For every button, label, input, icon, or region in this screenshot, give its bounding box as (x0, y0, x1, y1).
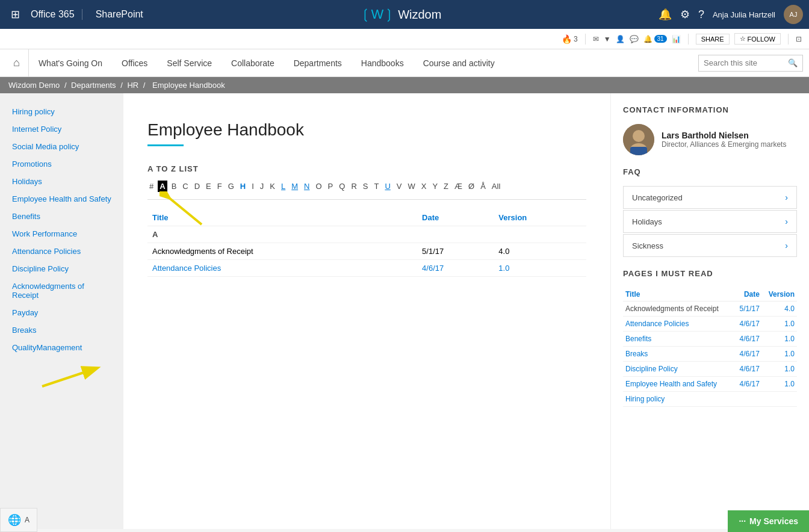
az-h[interactable]: H (238, 181, 247, 192)
chevron-right-icon-3: › (785, 241, 788, 250)
az-oe[interactable]: Ø (466, 181, 476, 192)
sidebar-item-quality[interactable]: QualityManagement (0, 339, 123, 356)
person-icon[interactable]: 👤 (616, 35, 625, 43)
chat-icon[interactable]: 💬 (630, 35, 639, 43)
pages-row-title-3[interactable]: Benefits (623, 332, 734, 347)
nav-item-handbooks[interactable]: Handbooks (352, 49, 414, 76)
settings-icon[interactable]: ⚙ (680, 8, 690, 21)
expand-icon[interactable]: ⊡ (796, 35, 802, 43)
pages-col-date: Date (734, 288, 762, 302)
sidebar-item-acknowledgments[interactable]: Acknowledgments of Receipt (0, 277, 123, 304)
az-a[interactable]: A (158, 181, 167, 192)
share-button[interactable]: SHARE (696, 34, 730, 45)
pages-attendance-link[interactable]: Attendance Policies (625, 320, 689, 328)
pages-benefits-link[interactable]: Benefits (625, 335, 651, 343)
sidebar-item-attendance[interactable]: Attendance Policies (0, 243, 123, 260)
pages-row-title-6[interactable]: Employee Health and Safety (623, 377, 734, 392)
bell-icon[interactable]: 🔔 (659, 8, 672, 21)
az-t[interactable]: T (372, 181, 380, 192)
breadcrumb-departments[interactable]: Departments (71, 81, 116, 90)
sidebar-item-social-media[interactable]: Social Media policy (0, 138, 123, 155)
sidebar-item-holidays[interactable]: Holidays (0, 173, 123, 190)
pages-row-title-4[interactable]: Breaks (623, 347, 734, 362)
nav-item-self-service[interactable]: Self Service (157, 49, 222, 76)
nav-item-collaborate[interactable]: Collaborate (222, 49, 284, 76)
row-title-attendance[interactable]: Attendance Policies (147, 260, 417, 277)
az-e[interactable]: E (204, 181, 213, 192)
my-services-button[interactable]: ··· My Services (728, 510, 809, 529)
az-f[interactable]: F (215, 181, 224, 192)
az-p[interactable]: P (326, 181, 335, 192)
sidebar-item-promotions[interactable]: Promotions (0, 155, 123, 173)
faq-item-uncategorized[interactable]: Uncategorized › (623, 186, 797, 209)
az-hash[interactable]: # (147, 181, 155, 192)
az-j[interactable]: J (258, 181, 266, 192)
az-x[interactable]: X (420, 181, 429, 192)
search-box[interactable]: 🔍 (698, 55, 803, 72)
grid-icon[interactable]: ⊞ (6, 8, 25, 21)
az-y[interactable]: Y (430, 181, 439, 192)
breadcrumb-wizdom-demo[interactable]: Wizdom Demo (8, 81, 60, 90)
sidebar-item-employee-health[interactable]: Employee Health and Safety (0, 190, 123, 208)
fire-icon-item[interactable]: 🔥 3 (562, 34, 578, 44)
pages-row-title-7[interactable]: Hiring policy (623, 392, 734, 407)
sidebar-item-hiring-policy[interactable]: Hiring policy (0, 103, 123, 120)
faq-item-holidays[interactable]: Holidays › (623, 210, 797, 233)
az-b[interactable]: B (170, 181, 179, 192)
sharepoint-label: SharePoint (88, 9, 143, 20)
translate-icon[interactable]: 🌐 (8, 513, 21, 527)
follow-button[interactable]: ☆ FOLLOW (734, 33, 781, 45)
az-r[interactable]: R (349, 181, 358, 192)
az-z[interactable]: Z (442, 181, 450, 192)
contact-info: Lars Barthold Nielsen Director, Alliance… (662, 131, 786, 149)
list-item: Attendance Policies 4/6/17 1.0 (623, 317, 797, 332)
home-icon[interactable]: ⌂ (5, 49, 29, 76)
pages-breaks-link[interactable]: Breaks (625, 350, 648, 358)
search-input[interactable] (704, 58, 788, 67)
nav-item-offices[interactable]: Offices (112, 49, 157, 76)
sidebar-item-breaks[interactable]: Breaks (0, 321, 123, 339)
nav-item-whats-going-on[interactable]: What's Going On (29, 49, 112, 76)
az-g[interactable]: G (226, 181, 236, 192)
attendance-link[interactable]: Attendance Policies (152, 264, 221, 273)
breadcrumb-hr[interactable]: HR (127, 81, 138, 90)
pages-emp-health-link[interactable]: Employee Health and Safety (625, 380, 717, 388)
sidebar-item-work-performance[interactable]: Work Performance (0, 225, 123, 243)
az-m[interactable]: M (290, 181, 300, 192)
bell-count-item[interactable]: 🔔 31 (643, 35, 667, 43)
nav-item-course-activity[interactable]: Course and activity (414, 49, 504, 76)
az-i[interactable]: I (250, 181, 256, 192)
sidebar-item-benefits[interactable]: Benefits (0, 208, 123, 225)
help-icon[interactable]: ? (698, 8, 704, 21)
az-q[interactable]: Q (337, 181, 347, 192)
az-s[interactable]: S (361, 181, 370, 192)
nav-item-departments[interactable]: Departments (284, 49, 352, 76)
az-c[interactable]: C (181, 181, 190, 192)
avatar[interactable]: AJ (784, 5, 803, 24)
az-w[interactable]: W (406, 181, 417, 192)
az-ae[interactable]: Æ (453, 181, 464, 192)
pages-row-title-2[interactable]: Attendance Policies (623, 317, 734, 332)
sidebar-item-internet-policy[interactable]: Internet Policy (0, 120, 123, 138)
faq-item-sickness[interactable]: Sickness › (623, 234, 797, 257)
filter-icon[interactable]: ▼ (604, 35, 611, 43)
sidebar-item-discipline[interactable]: Discipline Policy (0, 260, 123, 277)
az-l[interactable]: L (279, 181, 287, 192)
search-icon[interactable]: 🔍 (788, 58, 798, 67)
main-content: Employee Handbook A TO Z LIST # A B (123, 93, 610, 529)
pages-row-title-5[interactable]: Discipline Policy (623, 362, 734, 377)
az-n[interactable]: N (302, 181, 311, 192)
pages-row-date-4: 4/6/17 (734, 347, 762, 362)
az-o[interactable]: O (314, 181, 323, 192)
pages-discipline-link[interactable]: Discipline Policy (625, 365, 678, 373)
az-k[interactable]: K (268, 181, 277, 192)
mail-icon[interactable]: ✉ (593, 35, 599, 43)
pages-hiring-link[interactable]: Hiring policy (625, 395, 665, 403)
az-all[interactable]: All (490, 181, 502, 192)
chart-icon[interactable]: 📊 (672, 35, 681, 43)
az-d[interactable]: D (193, 181, 202, 192)
az-v[interactable]: V (395, 181, 404, 192)
sidebar-item-payday[interactable]: Payday (0, 304, 123, 321)
az-u[interactable]: U (383, 181, 392, 192)
az-aa[interactable]: Å (479, 181, 488, 192)
